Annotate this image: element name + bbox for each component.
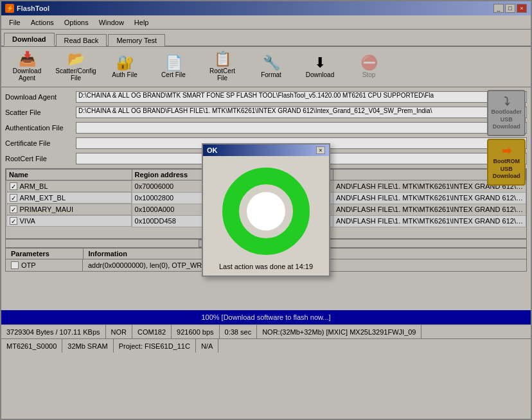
modal-message: Last action was done at 14:19 [219, 263, 313, 270]
modal-close-button[interactable]: × [316, 146, 325, 154]
donut-chart [221, 166, 311, 256]
main-window: ⚡ FlashTool _ □ × File Actions Options W… [0, 0, 532, 420]
donut-svg [221, 166, 311, 256]
modal-body: Last action was done at 14:19 [203, 156, 329, 276]
modal-overlay: OK × Last action was done at 14:19 [1, 1, 531, 419]
modal-title: OK [207, 146, 218, 154]
modal-title-bar: OK × [203, 144, 329, 156]
ok-modal: OK × Last action was done at 14:19 [202, 143, 330, 277]
svg-point-1 [247, 192, 285, 231]
